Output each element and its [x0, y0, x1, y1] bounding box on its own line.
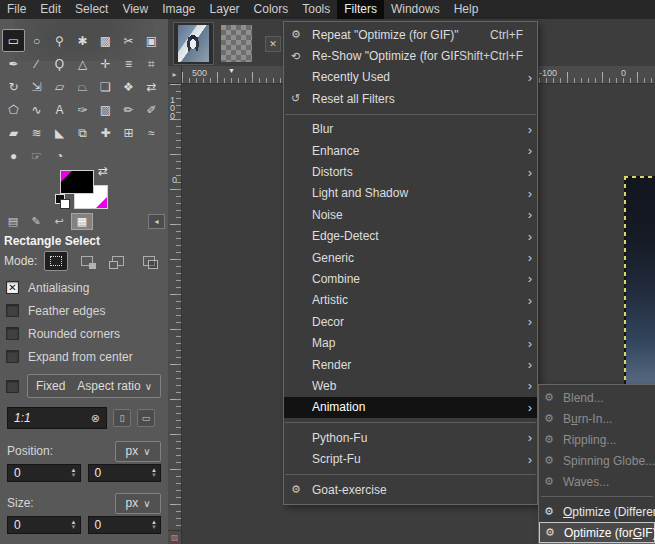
spinner-arrows-icon[interactable]: ▲▼ [151, 520, 160, 530]
menu-help[interactable]: Help [447, 0, 486, 19]
menu-windows[interactable]: Windows [384, 0, 447, 19]
tool-align[interactable]: ≡ [117, 52, 140, 75]
menu-image[interactable]: Image [155, 0, 202, 19]
tool-warp-transform[interactable]: ∿ [25, 98, 48, 121]
tool-bucket-fill[interactable]: ◣ [48, 121, 71, 144]
menu-colors[interactable]: Colors [247, 0, 296, 19]
clear-icon[interactable]: ⊗ [91, 412, 100, 425]
menu-item-web[interactable]: Web› [284, 375, 537, 396]
menu-item-recently-used[interactable]: Recently Used › [284, 67, 537, 88]
aspect-ratio-input[interactable]: 1:1 ⊗ [7, 407, 107, 429]
spinner-arrows-icon[interactable]: ▲▼ [71, 520, 80, 530]
tool-clone[interactable]: ⧉ [71, 121, 94, 144]
tool-ellipse-select[interactable]: ○ [25, 29, 48, 52]
spinner-arrows-icon[interactable]: ▲▼ [151, 468, 160, 478]
menu-item-repeat[interactable]: ⚙ Repeat "Optimize (for GIF)" Ctrl+F [284, 24, 537, 45]
tool-dodge-burn[interactable]: ◔ [48, 144, 71, 167]
tool-gradient[interactable]: ▨ [94, 98, 117, 121]
spinner-arrows-icon[interactable]: ▲▼ [71, 468, 80, 478]
menu-item-reset-all-filters[interactable]: ↺ Reset all Filters [284, 88, 537, 109]
tool-cage-transform[interactable]: ⬠ [2, 98, 25, 121]
menu-item-re-show[interactable]: ⟲ Re-Show "Optimize (for GIF)" Shift+Ctr… [284, 45, 537, 66]
menu-item-render[interactable]: Render› [284, 354, 537, 375]
tool-rectangle-select[interactable]: ▭ [2, 29, 25, 52]
position-y-spinner[interactable]: 0 ▲▼ [88, 464, 162, 482]
tab-tool-options-icon[interactable]: ▤ [2, 213, 24, 230]
menu-item-decor[interactable]: Decor› [284, 311, 537, 332]
portrait-button[interactable]: ▯ [113, 409, 131, 427]
tool-measure[interactable]: △ [71, 52, 94, 75]
tool-paintbrush[interactable]: ✐ [140, 98, 163, 121]
feather-edges-checkbox[interactable] [6, 304, 19, 317]
size-height-spinner[interactable]: 0 ▲▼ [88, 516, 162, 534]
mode-add-button[interactable] [75, 251, 99, 271]
mode-intersect-button[interactable] [137, 251, 161, 271]
tool-perspective[interactable]: ⏢ [71, 75, 94, 98]
tool-heal[interactable]: ✚ [94, 121, 117, 144]
dock-collapse-icon[interactable]: ◂ [148, 214, 165, 229]
position-unit-dropdown[interactable]: px ∨ [115, 441, 161, 462]
tool-color-picker[interactable]: ∕ [25, 52, 48, 75]
fixed-checkbox[interactable] [6, 380, 19, 393]
tool-paths[interactable]: ✒ [2, 52, 25, 75]
menu-item-distorts[interactable]: Distorts› [284, 161, 537, 182]
swap-colors-icon[interactable]: ⇄ [98, 164, 108, 178]
menu-item-script-fu[interactable]: Script-Fu› [284, 448, 537, 469]
menu-item-generic[interactable]: Generic› [284, 247, 537, 268]
menu-item-light-and-shadow[interactable]: Light and Shadow› [284, 183, 537, 204]
close-icon[interactable]: ✕ [265, 36, 281, 52]
tool-select-by-color[interactable]: ▩ [94, 29, 117, 52]
tool-move[interactable]: ✛ [94, 52, 117, 75]
mode-replace-button[interactable] [44, 251, 68, 271]
tool-shear[interactable]: ▱ [48, 75, 71, 98]
menu-item-goat-exercise[interactable]: ⚙ Goat-exercise [284, 479, 537, 500]
menu-file[interactable]: File [0, 0, 33, 19]
menu-item-enhance[interactable]: Enhance› [284, 140, 537, 161]
tool-eraser[interactable]: ▰ [2, 121, 25, 144]
menu-item-artistic[interactable]: Artistic› [284, 290, 537, 311]
submenu-item-optimize-difference[interactable]: ⚙ Optimize (Difference) [539, 501, 655, 522]
landscape-button[interactable]: ▭ [137, 409, 155, 427]
menu-item-blur[interactable]: Blur› [284, 119, 537, 140]
size-width-spinner[interactable]: 0 ▲▼ [7, 516, 81, 534]
expand-from-center-checkbox[interactable] [6, 350, 19, 363]
menu-select[interactable]: Select [68, 0, 115, 19]
menu-filters[interactable]: Filters [337, 0, 384, 19]
tool-pencil[interactable]: ✏ [117, 98, 140, 121]
menu-item-noise[interactable]: Noise› [284, 204, 537, 225]
vertical-ruler[interactable]: 100 0 [168, 84, 182, 544]
menu-item-combine[interactable]: Combine› [284, 268, 537, 289]
tool-mypaint-brush[interactable]: ≈ [140, 121, 163, 144]
tool-blur-sharpen[interactable]: ● [2, 144, 25, 167]
default-colors-icon[interactable] [55, 194, 69, 208]
tool-crop[interactable]: ⌗ [140, 52, 163, 75]
tool-perspective-clone[interactable]: ⊞ [117, 121, 140, 144]
tool-scissors-select[interactable]: ✂ [117, 29, 140, 52]
tool-handle-transform[interactable]: ❖ [117, 75, 140, 98]
tool-smudge[interactable]: ☞ [25, 144, 48, 167]
menu-item-edge-detect[interactable]: Edge-Detect› [284, 226, 537, 247]
image-tab-2[interactable] [216, 22, 257, 65]
menu-view[interactable]: View [115, 0, 155, 19]
tool-fuzzy-select[interactable]: ✱ [71, 29, 94, 52]
menu-item-map[interactable]: Map› [284, 332, 537, 353]
menu-layer[interactable]: Layer [203, 0, 247, 19]
menu-item-python-fu[interactable]: Python-Fu› [284, 427, 537, 448]
tool-ink[interactable]: ✑ [71, 98, 94, 121]
image-tab-1[interactable] [173, 22, 214, 65]
submenu-item-optimize-for-gif[interactable]: ⚙ Optimize (for GIF) [539, 522, 655, 543]
position-x-spinner[interactable]: 0 ▲▼ [7, 464, 81, 482]
quickmask-toggle-icon[interactable]: ▨ [168, 530, 182, 544]
size-unit-dropdown[interactable]: px ∨ [115, 493, 161, 514]
tool-free-select[interactable]: ⚲ [48, 29, 71, 52]
ruler-corner[interactable]: ▸ [168, 66, 182, 84]
tool-airbrush[interactable]: ≋ [25, 121, 48, 144]
tool-flip[interactable]: ⇄ [140, 75, 163, 98]
mode-subtract-button[interactable] [106, 251, 130, 271]
tool-foreground-select[interactable]: ▣ [140, 29, 163, 52]
tab-undo-history-icon[interactable]: ↩ [48, 213, 70, 230]
rounded-corners-checkbox[interactable] [6, 327, 19, 340]
fixed-dropdown[interactable]: Fixed Aspect ratio ∨ [27, 374, 161, 398]
tool-text[interactable]: A [48, 98, 71, 121]
tool-zoom[interactable]: Ϙ [48, 52, 71, 75]
